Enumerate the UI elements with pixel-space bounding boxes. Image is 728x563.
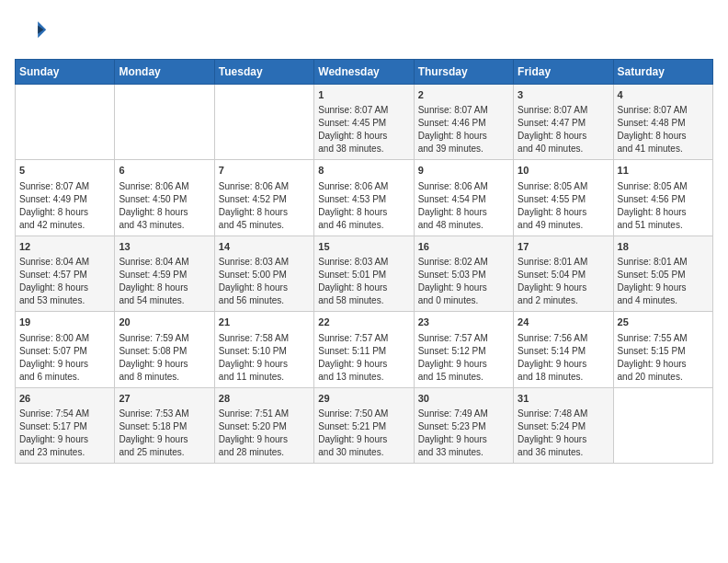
calendar-cell: 19Sunrise: 8:00 AMSunset: 5:07 PMDayligh… <box>16 312 115 387</box>
day-info-line: Sunset: 4:52 PM <box>219 194 287 204</box>
day-info-line: Sunrise: 8:03 AM <box>219 257 289 267</box>
calendar-cell: 30Sunrise: 7:49 AMSunset: 5:23 PMDayligh… <box>414 387 513 463</box>
day-info-line: Sunset: 5:05 PM <box>618 270 686 280</box>
page: SundayMondayTuesdayWednesdayThursdayFrid… <box>0 0 728 563</box>
day-info-line: Daylight: 9 hours <box>318 434 387 444</box>
calendar-cell: 29Sunrise: 7:50 AMSunset: 5:21 PMDayligh… <box>314 387 414 463</box>
calendar-cell: 14Sunrise: 8:03 AMSunset: 5:00 PMDayligh… <box>214 236 313 311</box>
calendar-table: SundayMondayTuesdayWednesdayThursdayFrid… <box>15 59 713 464</box>
day-info-line: and 13 minutes. <box>318 372 383 382</box>
day-info-line: Daylight: 9 hours <box>618 282 687 293</box>
day-info-line: Daylight: 8 hours <box>518 131 586 141</box>
day-info-line: Sunrise: 8:06 AM <box>418 181 488 191</box>
day-info-line: Daylight: 9 hours <box>19 359 88 369</box>
calendar-cell: 5Sunrise: 8:07 AMSunset: 4:49 PMDaylight… <box>16 160 115 236</box>
day-info-line: Daylight: 8 hours <box>119 282 188 293</box>
header <box>15 15 713 48</box>
day-number: 28 <box>219 392 310 406</box>
day-info-line: Sunset: 4:54 PM <box>418 194 486 204</box>
day-info-line: and 46 minutes. <box>318 220 383 230</box>
day-info-line: Sunset: 4:49 PM <box>19 194 87 204</box>
day-number: 20 <box>119 316 210 329</box>
day-info-line: and 48 minutes. <box>418 220 483 230</box>
day-info-line: Sunset: 5:21 PM <box>318 421 386 431</box>
day-info-line: Sunset: 4:59 PM <box>119 270 187 280</box>
day-info-line: Sunset: 4:53 PM <box>318 194 386 204</box>
day-info-line: Sunrise: 8:07 AM <box>618 105 688 115</box>
day-info-line: Daylight: 8 hours <box>219 207 288 217</box>
day-number: 6 <box>119 164 210 178</box>
calendar-cell: 16Sunrise: 8:02 AMSunset: 5:03 PMDayligh… <box>414 236 513 311</box>
calendar-body: 1Sunrise: 8:07 AMSunset: 4:45 PMDaylight… <box>16 85 713 464</box>
day-info-line: Sunrise: 8:02 AM <box>418 257 488 267</box>
day-info-line: Daylight: 8 hours <box>19 282 88 293</box>
weekday-header-friday: Friday <box>514 60 613 85</box>
weekday-header-monday: Monday <box>115 60 214 85</box>
day-info-line: Sunrise: 7:54 AM <box>19 408 89 419</box>
day-info-line: and 18 minutes. <box>518 372 583 382</box>
day-info-line: Sunset: 4:55 PM <box>518 194 586 204</box>
calendar-cell <box>16 85 115 160</box>
day-info-line: Sunset: 4:48 PM <box>618 118 686 128</box>
day-info-line: Daylight: 8 hours <box>318 207 387 217</box>
day-info-line: Sunrise: 8:07 AM <box>318 105 388 115</box>
day-info-line: and 49 minutes. <box>518 220 583 230</box>
day-info-line: Sunset: 5:10 PM <box>219 346 287 356</box>
day-info-line: Daylight: 8 hours <box>518 207 586 217</box>
day-info-line: Daylight: 9 hours <box>318 359 387 369</box>
calendar-cell: 10Sunrise: 8:05 AMSunset: 4:55 PMDayligh… <box>514 160 613 236</box>
day-info-line: and 0 minutes. <box>418 295 479 305</box>
day-info-line: Daylight: 8 hours <box>318 282 387 293</box>
day-info-line: Daylight: 9 hours <box>418 359 487 369</box>
day-number: 13 <box>119 240 210 254</box>
day-info-line: and 15 minutes. <box>418 372 483 382</box>
day-info-line: and 53 minutes. <box>19 295 85 305</box>
calendar-cell: 27Sunrise: 7:53 AMSunset: 5:18 PMDayligh… <box>115 387 214 463</box>
calendar-cell: 20Sunrise: 7:59 AMSunset: 5:08 PMDayligh… <box>115 312 214 387</box>
day-number: 30 <box>418 392 509 406</box>
calendar-week-1: 1Sunrise: 8:07 AMSunset: 4:45 PMDaylight… <box>16 85 713 160</box>
day-info-line: Daylight: 8 hours <box>318 131 387 141</box>
day-info-line: and 38 minutes. <box>318 144 383 154</box>
day-info-line: and 6 minutes. <box>19 372 80 382</box>
day-info-line: Sunset: 5:07 PM <box>19 346 87 356</box>
calendar-cell: 8Sunrise: 8:06 AMSunset: 4:53 PMDaylight… <box>314 160 414 236</box>
day-number: 10 <box>518 164 609 178</box>
weekday-header-thursday: Thursday <box>414 60 513 85</box>
day-info-line: Sunrise: 8:07 AM <box>518 105 587 115</box>
day-info-line: Sunset: 4:47 PM <box>518 118 586 128</box>
day-info-line: Sunset: 5:03 PM <box>418 270 486 280</box>
day-info-line: Sunrise: 7:59 AM <box>119 333 188 343</box>
day-info-line: Sunrise: 7:50 AM <box>318 408 388 419</box>
calendar-cell: 13Sunrise: 8:04 AMSunset: 4:59 PMDayligh… <box>115 236 214 311</box>
calendar-cell: 11Sunrise: 8:05 AMSunset: 4:56 PMDayligh… <box>613 160 712 236</box>
day-info-line: Sunrise: 8:01 AM <box>618 257 688 267</box>
day-number: 9 <box>418 164 509 178</box>
day-info-line: Sunrise: 8:05 AM <box>518 181 587 191</box>
day-info-line: and 51 minutes. <box>618 220 683 230</box>
day-info-line: Daylight: 8 hours <box>418 131 487 141</box>
day-info-line: Sunset: 5:14 PM <box>518 346 586 356</box>
weekday-header-row: SundayMondayTuesdayWednesdayThursdayFrid… <box>16 60 713 85</box>
day-info-line: Sunset: 5:08 PM <box>119 346 187 356</box>
calendar-cell: 9Sunrise: 8:06 AMSunset: 4:54 PMDaylight… <box>414 160 513 236</box>
day-info-line: Sunset: 5:11 PM <box>318 346 386 356</box>
day-info-line: and 23 minutes. <box>19 447 85 457</box>
day-info-line: and 4 minutes. <box>618 295 678 305</box>
day-info-line: Daylight: 9 hours <box>418 282 487 293</box>
day-number: 7 <box>219 164 310 178</box>
day-info-line: Sunrise: 8:01 AM <box>518 257 587 267</box>
day-info-line: Sunset: 5:23 PM <box>418 421 486 431</box>
day-info-line: and 36 minutes. <box>518 447 583 457</box>
day-info-line: Sunrise: 8:06 AM <box>119 181 188 191</box>
weekday-header-sunday: Sunday <box>16 60 115 85</box>
day-info-line: Sunset: 5:00 PM <box>219 270 287 280</box>
day-info-line: Daylight: 8 hours <box>618 131 687 141</box>
calendar-cell: 3Sunrise: 8:07 AMSunset: 4:47 PMDaylight… <box>514 85 613 160</box>
day-info-line: and 39 minutes. <box>418 144 483 154</box>
day-info-line: Sunrise: 8:06 AM <box>318 181 388 191</box>
day-number: 19 <box>19 316 110 329</box>
day-number: 4 <box>618 88 709 102</box>
calendar-week-3: 12Sunrise: 8:04 AMSunset: 4:57 PMDayligh… <box>16 236 713 311</box>
day-number: 17 <box>518 240 609 254</box>
